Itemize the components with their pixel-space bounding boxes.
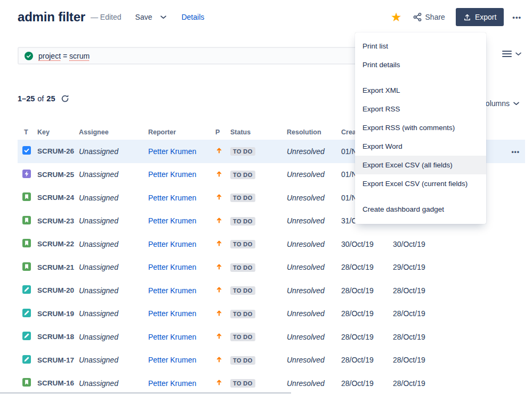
column-header-assignee[interactable]: Assignee [79,128,148,136]
created-date: 28/Oct/19 [341,356,393,364]
updated-date: 28/Oct/19 [393,333,445,341]
table-row[interactable]: SCRUM-19UnassignedPetter KrumenTO DOUnre… [18,302,525,326]
horizontal-scrollbar[interactable] [0,392,291,393]
menu-item-create-dashboard-gadget[interactable]: Create dashboard gadget [355,200,486,219]
column-header-t[interactable]: T [18,128,37,136]
created-date: 28/Oct/19 [341,333,393,341]
status-badge: TO DO [230,286,255,295]
reporter-link[interactable]: Petter Krumen [148,263,196,271]
improvement-issue-type-icon [22,285,31,294]
table-row[interactable]: SCRUM-17UnassignedPetter KrumenTO DOUnre… [18,349,525,372]
table-row[interactable]: SCRUM-22UnassignedPetter KrumenTO DOUnre… [18,232,525,256]
favorite-star-icon[interactable]: ★ [391,11,402,23]
updated-date: 29/Oct/19 [393,263,445,271]
menu-item-print-list[interactable]: Print list [355,37,486,55]
issue-key[interactable]: SCRUM-21 [37,263,79,271]
reporter-link[interactable]: Petter Krumen [148,356,196,364]
menu-item-export-word[interactable]: Export Word [355,137,486,156]
issue-key[interactable]: SCRUM-24 [37,194,79,202]
resolution: Unresolved [287,356,341,364]
priority-high-icon [215,193,223,200]
share-icon [413,12,422,22]
menu-item-export-xml[interactable]: Export XML [355,81,486,100]
menu-item-export-excel-csv-current-fields[interactable]: Export Excel CSV (current fields) [355,174,486,193]
reporter-link[interactable]: Petter Krumen [148,170,196,179]
query-operator-token: = [63,52,67,60]
issue-key[interactable]: SCRUM-18 [37,333,79,341]
priority-high-icon [215,356,223,363]
reporter-link[interactable]: Petter Krumen [148,286,196,295]
details-link[interactable]: Details [181,13,204,21]
export-label: Export [475,13,496,21]
column-header-p[interactable]: P [215,128,230,136]
priority-high-icon [215,239,223,247]
menu-group: Create dashboard gadget [355,200,486,219]
issue-key[interactable]: SCRUM-19 [37,310,79,318]
priority-high-icon [215,379,223,386]
issue-key[interactable]: SCRUM-16 [37,379,79,387]
reporter-link[interactable]: Petter Krumen [148,147,196,156]
row-actions-icon[interactable]: ••• [511,148,520,156]
column-header-key[interactable]: Key [37,128,79,136]
chevron-down-icon [513,102,519,106]
view-switcher-button[interactable] [502,50,521,58]
improvement-issue-type-icon [22,309,31,317]
issue-key[interactable]: SCRUM-26 [37,147,79,155]
updated-date: 28/Oct/19 [393,379,445,388]
menu-group: Export XMLExport RSSExport RSS (with com… [355,81,486,193]
table-row[interactable]: SCRUM-18UnassignedPetter KrumenTO DOUnre… [18,325,525,349]
issue-key[interactable]: SCRUM-23 [37,217,79,225]
jql-query-text[interactable]: project = scrum [38,52,90,60]
export-button[interactable]: Export [456,8,504,26]
chevron-down-icon [515,52,521,56]
share-button[interactable]: Share [413,12,445,22]
status-badge: TO DO [230,240,255,248]
save-button[interactable]: Save [135,13,152,21]
reporter-link[interactable]: Petter Krumen [148,240,196,248]
reporter-link[interactable]: Petter Krumen [148,194,196,202]
menu-item-export-excel-csv-all-fields[interactable]: Export Excel CSV (all fields) [355,156,486,174]
resolution: Unresolved [287,240,341,248]
results-range: 1–25 [18,94,35,103]
issue-key[interactable]: SCRUM-25 [37,171,79,179]
menu-item-export-rss-with-comments[interactable]: Export RSS (with comments) [355,118,486,137]
issue-key[interactable]: SCRUM-20 [37,286,79,294]
resolution: Unresolved [287,309,341,318]
refresh-icon[interactable] [61,94,69,103]
table-row[interactable]: SCRUM-21UnassignedPetter KrumenTO DOUnre… [18,256,525,279]
status-badge: TO DO [230,171,255,179]
status-badge: TO DO [230,217,255,226]
status-badge: TO DO [230,194,255,202]
reporter-link[interactable]: Petter Krumen [148,333,196,341]
page-title: admin filter [18,10,85,25]
edited-indicator: — Edited [91,13,122,21]
table-row[interactable]: SCRUM-16UnassignedPetter KrumenTO DOUnre… [18,372,525,394]
created-date: 28/Oct/19 [341,263,393,271]
column-header-reporter[interactable]: Reporter [148,128,215,136]
reporter-link[interactable]: Petter Krumen [148,379,196,388]
status-badge: TO DO [230,263,255,272]
column-header-status[interactable]: Status [230,128,287,136]
issue-key[interactable]: SCRUM-22 [37,240,79,248]
query-valid-icon [25,52,33,60]
status-badge: TO DO [230,310,255,318]
table-row[interactable]: SCRUM-20UnassignedPetter KrumenTO DOUnre… [18,279,525,302]
menu-item-print-details[interactable]: Print details [355,55,486,74]
priority-high-icon [215,309,223,317]
reporter-link[interactable]: Petter Krumen [148,216,196,225]
assignee: Unassigned [79,379,148,388]
updated-date: 28/Oct/19 [393,309,445,318]
assignee: Unassigned [79,286,148,295]
issue-key[interactable]: SCRUM-17 [37,356,79,364]
status-badge: TO DO [230,147,255,156]
task-issue-type-icon [22,146,31,155]
menu-item-export-rss[interactable]: Export RSS [355,100,486,118]
list-view-icon [502,50,512,58]
epic-issue-type-icon [22,170,31,178]
story-issue-type-icon [22,378,31,387]
column-header-resolution[interactable]: Resolution [287,128,341,136]
assignee: Unassigned [79,194,148,202]
reporter-link[interactable]: Petter Krumen [148,309,196,318]
save-chevron-icon[interactable] [160,15,166,19]
more-options-icon[interactable]: ••• [512,13,521,21]
